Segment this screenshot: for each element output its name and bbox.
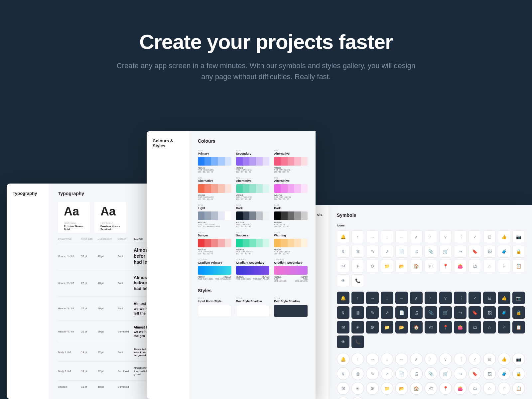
symbol-icon[interactable]: 👁 <box>337 397 349 399</box>
symbol-icon[interactable]: ⚙ <box>366 260 379 272</box>
symbol-icon[interactable]: 🎙 <box>337 245 349 258</box>
symbol-icon[interactable]: ⊟ <box>483 353 496 365</box>
symbol-icon[interactable]: 🔒 <box>512 306 525 319</box>
symbol-icon[interactable]: ⚙ <box>366 321 379 333</box>
symbol-icon[interactable]: 🔔 <box>337 230 349 243</box>
symbol-icon[interactable]: → <box>366 353 379 365</box>
symbol-icon[interactable]: 📎 <box>425 245 437 258</box>
symbol-icon[interactable]: 👛 <box>454 321 466 333</box>
symbol-icon[interactable]: 🏷 <box>425 321 437 333</box>
symbol-icon[interactable]: 🧳 <box>498 306 510 319</box>
symbol-icon[interactable]: ↪ <box>454 306 466 319</box>
symbol-icon[interactable]: ← <box>395 292 408 304</box>
symbol-icon[interactable]: ↗ <box>381 367 393 380</box>
symbol-icon[interactable]: ∨ <box>439 292 452 304</box>
symbol-icon[interactable]: ✓ <box>468 292 481 304</box>
symbol-icon[interactable]: 📍 <box>439 321 452 333</box>
symbol-icon[interactable]: ⊟ <box>483 292 496 304</box>
symbol-icon[interactable]: ⚙ <box>366 382 379 395</box>
symbol-icon[interactable]: ← <box>395 353 408 365</box>
symbol-icon[interactable]: 📞 <box>351 397 364 399</box>
symbol-icon[interactable]: ↑ <box>351 230 364 243</box>
symbol-icon[interactable]: ☀ <box>351 260 364 272</box>
symbol-icon[interactable]: 📍 <box>439 382 452 395</box>
symbol-icon[interactable]: ↑ <box>351 353 364 365</box>
symbol-icon[interactable]: ✉ <box>337 260 349 272</box>
symbol-icon[interactable]: ∧ <box>410 353 423 365</box>
symbol-icon[interactable]: → <box>366 230 379 243</box>
symbol-icon[interactable]: ∧ <box>410 230 423 243</box>
symbol-icon[interactable]: ↓ <box>381 230 393 243</box>
symbol-icon[interactable]: 📞 <box>351 335 364 348</box>
symbol-icon[interactable]: ∨ <box>439 353 452 365</box>
symbol-icon[interactable]: ∨ <box>439 230 452 243</box>
symbol-icon[interactable]: 🔖 <box>468 245 481 258</box>
symbol-icon[interactable]: ✉ <box>337 321 349 333</box>
symbol-icon[interactable]: 🖨 <box>410 245 423 258</box>
symbol-icon[interactable]: 📷 <box>512 230 525 243</box>
symbol-icon[interactable]: ✎ <box>366 306 379 319</box>
symbol-icon[interactable]: 👍 <box>498 230 510 243</box>
symbol-icon[interactable]: 〈 <box>454 292 466 304</box>
symbol-icon[interactable]: ↪ <box>454 367 466 380</box>
symbol-icon[interactable]: 👍 <box>498 292 510 304</box>
symbol-icon[interactable]: ✓ <box>468 230 481 243</box>
symbol-icon[interactable]: 📎 <box>425 306 437 319</box>
symbol-icon[interactable]: 🔒 <box>512 245 525 258</box>
symbol-icon[interactable]: 🖨 <box>410 306 423 319</box>
symbol-icon[interactable]: 📷 <box>512 292 525 304</box>
symbol-icon[interactable]: ⚐ <box>498 382 510 395</box>
symbol-icon[interactable]: 🖨 <box>410 367 423 380</box>
symbol-icon[interactable]: 〈 <box>454 230 466 243</box>
symbol-icon[interactable]: 🏠 <box>410 260 423 272</box>
symbol-icon[interactable]: ✓ <box>468 353 481 365</box>
symbol-icon[interactable]: ☆ <box>483 321 496 333</box>
symbol-icon[interactable]: 🏠 <box>410 382 423 395</box>
symbol-icon[interactable]: 📄 <box>395 306 408 319</box>
symbol-icon[interactable]: 📂 <box>395 382 408 395</box>
symbol-icon[interactable]: 🔔 <box>337 353 349 365</box>
symbol-icon[interactable]: 〉 <box>425 230 437 243</box>
symbol-icon[interactable]: 📋 <box>512 382 525 395</box>
symbol-icon[interactable]: 📷 <box>512 353 525 365</box>
symbol-icon[interactable]: ↗ <box>381 245 393 258</box>
symbol-icon[interactable]: ✎ <box>366 367 379 380</box>
symbol-icon[interactable]: ✎ <box>366 245 379 258</box>
symbol-icon[interactable]: ↗ <box>381 306 393 319</box>
symbol-icon[interactable]: 🗂 <box>468 260 481 272</box>
symbol-icon[interactable]: 🔖 <box>468 367 481 380</box>
symbol-icon[interactable]: ⊟ <box>483 230 496 243</box>
symbol-icon[interactable]: 🔒 <box>512 367 525 380</box>
symbol-icon[interactable]: 📂 <box>395 321 408 333</box>
symbol-icon[interactable]: 🛒 <box>439 367 452 380</box>
symbol-icon[interactable]: 🛒 <box>439 306 452 319</box>
symbol-icon[interactable]: 🏠 <box>410 321 423 333</box>
symbol-icon[interactable]: ← <box>395 230 408 243</box>
symbol-icon[interactable]: 🛒 <box>439 245 452 258</box>
symbol-icon[interactable]: 🖼 <box>483 367 496 380</box>
symbol-icon[interactable]: 🗂 <box>468 321 481 333</box>
symbol-icon[interactable]: ↓ <box>381 353 393 365</box>
symbol-icon[interactable]: 👁 <box>337 335 349 348</box>
symbol-icon[interactable]: ⚐ <box>498 321 510 333</box>
symbol-icon[interactable]: ↑ <box>351 292 364 304</box>
symbol-icon[interactable]: 📋 <box>512 260 525 272</box>
symbol-icon[interactable]: 📎 <box>425 367 437 380</box>
symbol-icon[interactable]: 📁 <box>381 382 393 395</box>
symbol-icon[interactable]: 🔖 <box>468 306 481 319</box>
symbol-icon[interactable]: 🗑 <box>351 245 364 258</box>
symbol-icon[interactable]: 〉 <box>425 353 437 365</box>
symbol-icon[interactable]: ☆ <box>483 382 496 395</box>
symbol-icon[interactable]: 〈 <box>454 353 466 365</box>
symbol-icon[interactable]: ∧ <box>410 292 423 304</box>
symbol-icon[interactable]: 🗑 <box>351 306 364 319</box>
symbol-icon[interactable]: 🧳 <box>498 367 510 380</box>
symbol-icon[interactable]: 🎙 <box>337 306 349 319</box>
symbol-icon[interactable]: 🏷 <box>425 260 437 272</box>
symbol-icon[interactable]: 👍 <box>498 353 510 365</box>
symbol-icon[interactable]: 📄 <box>395 245 408 258</box>
symbol-icon[interactable]: 📁 <box>381 321 393 333</box>
symbol-icon[interactable]: 👛 <box>454 260 466 272</box>
symbol-icon[interactable]: ⚐ <box>498 260 510 272</box>
symbol-icon[interactable]: 📄 <box>395 367 408 380</box>
